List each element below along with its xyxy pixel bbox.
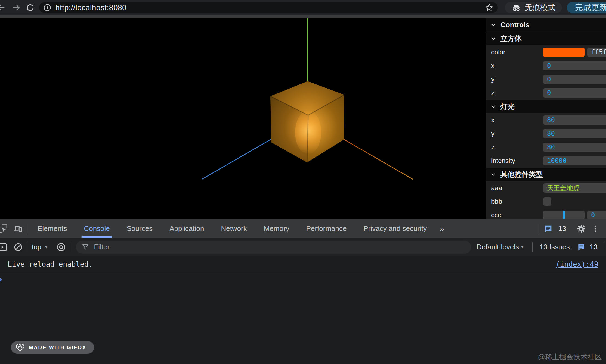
- tab-privacy-and-security[interactable]: Privacy and security: [355, 219, 435, 238]
- number-input[interactable]: 0: [543, 61, 606, 70]
- console-prompt-row[interactable]: [0, 272, 606, 287]
- divider: [70, 242, 70, 252]
- tab-network[interactable]: Network: [212, 219, 255, 238]
- slider-number-input[interactable]: 0: [587, 211, 606, 219]
- gui-row-aaa: aaa 天王盖地虎: [486, 181, 606, 195]
- divider: [538, 224, 538, 234]
- inspect-element-icon[interactable]: [0, 222, 9, 235]
- tab-console[interactable]: Console: [75, 219, 118, 238]
- chevron-down-icon[interactable]: ▾: [521, 244, 524, 250]
- url-text[interactable]: http://localhost:8080: [55, 3, 485, 12]
- device-toolbar-icon[interactable]: [12, 222, 24, 235]
- gifox-badge: MADE WITH GIFOX: [11, 341, 94, 354]
- gui-row-color: color ff5f00: [486, 45, 606, 59]
- tab-sources[interactable]: Sources: [118, 219, 161, 238]
- gui-row-bbb: bbb: [486, 195, 606, 208]
- bookmark-star-icon[interactable]: [485, 3, 494, 12]
- url-bar[interactable]: http://localhost:8080: [39, 2, 498, 13]
- divider: [532, 242, 533, 252]
- cube-mesh: [270, 81, 344, 162]
- gui-row-light-intensity: intensity 10000: [486, 154, 606, 168]
- gui-folder-cube[interactable]: 立方体: [486, 32, 606, 45]
- divider: [27, 224, 27, 234]
- incognito-badge: 无痕模式: [505, 2, 562, 13]
- gui-root-title[interactable]: Controls: [486, 18, 606, 32]
- color-swatch[interactable]: [543, 48, 585, 57]
- slider-handle[interactable]: [563, 211, 565, 219]
- chevron-down-icon[interactable]: ▾: [45, 244, 48, 250]
- gui-row-ccc: ccc 0: [486, 208, 606, 219]
- chevron-down-icon: [490, 103, 497, 110]
- tab-application[interactable]: Application: [161, 219, 212, 238]
- context-selector[interactable]: top: [32, 243, 41, 251]
- default-levels-dropdown[interactable]: Default levels: [477, 243, 519, 251]
- gui-row-cube-y: y 0: [486, 73, 606, 86]
- number-input[interactable]: 80: [543, 129, 606, 138]
- tab-elements[interactable]: Elements: [29, 219, 75, 238]
- console-filter-input[interactable]: Filter: [76, 241, 471, 254]
- gui-row-light-x: x 80: [486, 113, 606, 127]
- console-message: Live reload enabled.: [8, 260, 556, 268]
- slider[interactable]: [543, 211, 585, 219]
- chevron-down-icon: [490, 171, 497, 178]
- gui-panel: Controls 立方体 color ff5f00 x 0 y 0 z 0 灯光…: [486, 18, 606, 219]
- watermark: @稀土掘金技术社区: [538, 352, 602, 362]
- issues-label[interactable]: 13 Issues:: [540, 243, 572, 251]
- console-message-row: Live reload enabled. (index):49: [0, 256, 606, 272]
- console-source-link[interactable]: (index):49: [556, 260, 598, 268]
- reload-icon[interactable]: [25, 2, 35, 13]
- color-hex-input[interactable]: ff5f00: [587, 48, 606, 57]
- chevron-down-icon: [490, 22, 497, 28]
- incognito-label: 无痕模式: [525, 2, 555, 13]
- issues-count[interactable]: 13: [558, 224, 566, 233]
- filter-placeholder: Filter: [94, 243, 110, 251]
- kebab-menu-icon[interactable]: [589, 222, 602, 235]
- divider: [27, 242, 27, 252]
- string-input[interactable]: 天王盖地虎: [543, 183, 606, 193]
- console-prompt-icon: [0, 276, 4, 283]
- devtools-tab-bar: Elements Console Sources Application Net…: [0, 219, 606, 238]
- number-input[interactable]: 10000: [543, 156, 606, 165]
- number-input[interactable]: 80: [543, 143, 606, 152]
- chevron-down-icon: [490, 35, 497, 42]
- console-toolbar: top ▾ Filter Default levels ▾ 13 Issues:…: [0, 238, 606, 256]
- console-sidebar-icon[interactable]: [0, 241, 9, 253]
- back-icon[interactable]: [0, 2, 7, 13]
- tab-memory[interactable]: Memory: [255, 219, 298, 238]
- gui-folder-light[interactable]: 灯光: [486, 100, 606, 113]
- number-input[interactable]: 80: [543, 115, 606, 125]
- gifox-label: MADE WITH GIFOX: [29, 344, 86, 350]
- gui-row-light-y: y 80: [486, 127, 606, 140]
- toolbar-bottom-strip: [0, 15, 606, 18]
- incognito-icon: [511, 3, 521, 12]
- number-input[interactable]: 0: [543, 75, 606, 84]
- filter-funnel-icon: [81, 243, 89, 251]
- gui-row-cube-z: z 0: [486, 86, 606, 100]
- finish-update-button[interactable]: 完成更新: [567, 2, 606, 13]
- clear-console-icon[interactable]: [12, 241, 24, 253]
- tab-performance[interactable]: Performance: [298, 219, 355, 238]
- gui-row-cube-x: x 0: [486, 59, 606, 73]
- fox-logo-icon: [15, 343, 25, 352]
- issues-count[interactable]: 13: [590, 243, 598, 251]
- more-tabs-icon[interactable]: »: [435, 224, 449, 233]
- gui-row-light-z: z 80: [486, 140, 606, 154]
- issues-icon[interactable]: [542, 222, 555, 235]
- divider: [604, 242, 604, 252]
- forward-icon[interactable]: [11, 2, 21, 13]
- live-expression-eye-icon[interactable]: [55, 241, 67, 253]
- checkbox[interactable]: [543, 197, 551, 206]
- browser-toolbar: http://localhost:8080 无痕模式 完成更新: [0, 0, 606, 15]
- gui-folder-other-controls[interactable]: 其他控件类型: [486, 168, 606, 181]
- settings-gear-icon[interactable]: [575, 222, 588, 235]
- info-icon[interactable]: [43, 3, 52, 12]
- number-input[interactable]: 0: [543, 88, 606, 98]
- issues-icon[interactable]: [575, 241, 588, 253]
